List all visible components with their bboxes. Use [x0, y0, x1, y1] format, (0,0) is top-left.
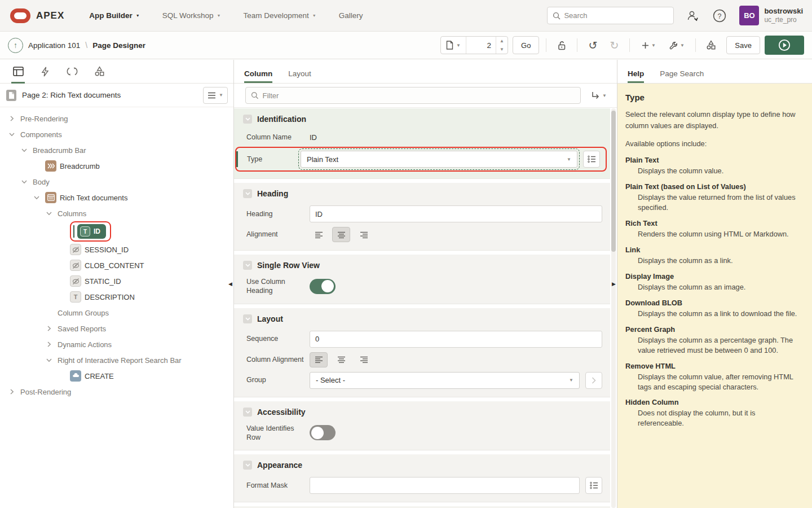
page-select-button[interactable]: ▼: [441, 37, 466, 54]
tree-item-id[interactable]: T ID: [0, 221, 233, 242]
tree-item-create[interactable]: CREATE: [0, 368, 233, 384]
tree-item-dynamic-actions[interactable]: Dynamic Actions: [0, 336, 233, 352]
help-option-remove-html: Remove HTML: [625, 362, 801, 370]
tree-item-breadcrumb[interactable]: Breadcrumb: [0, 158, 233, 174]
tree-item-description[interactable]: TDESCRIPTION: [0, 289, 233, 305]
tree-item-saved-reports[interactable]: Saved Reports: [0, 321, 233, 336]
use-column-heading-label: Use Column Heading: [246, 277, 310, 296]
go-to-group-button[interactable]: ▼: [586, 91, 611, 100]
user-menu[interactable]: BO bostrowski uc_rte_pro: [739, 6, 803, 25]
apex-brand[interactable]: APEX: [0, 8, 79, 23]
page-step-down-icon[interactable]: ▼: [496, 45, 508, 54]
property-filter[interactable]: [245, 87, 581, 104]
sequence-input[interactable]: [310, 331, 602, 348]
type-lov-button[interactable]: [583, 151, 600, 168]
sequence-row: Sequence: [234, 329, 610, 350]
tree-item-clob-content[interactable]: CLOB_CONTENT: [0, 257, 233, 273]
column-align-left-button[interactable]: [310, 352, 328, 367]
go-up-icon[interactable]: ↑: [8, 38, 23, 53]
go-button[interactable]: Go: [513, 36, 539, 54]
group-select[interactable]: - Select - ▼: [310, 372, 580, 389]
save-button[interactable]: Save: [726, 36, 760, 54]
tree-item-session-id[interactable]: SESSION_ID: [0, 242, 233, 257]
admin-icon[interactable]: [686, 10, 700, 22]
page-select-icon: [446, 41, 453, 50]
tree-item-body[interactable]: Body: [0, 174, 233, 190]
help-option-desc: Displays the column as a percentage grap…: [638, 335, 801, 356]
hidden-column-icon: [70, 244, 81, 255]
search-input[interactable]: [564, 11, 660, 20]
filter-input[interactable]: [263, 91, 576, 100]
user-workspace: uc_rte_pro: [764, 16, 803, 24]
collapse-section-icon[interactable]: [243, 314, 252, 323]
section-appearance: Appearance Format Mask: [234, 454, 610, 502]
tree-item-right-of-interactive-report-search-bar[interactable]: Right of Interactive Report Search Bar: [0, 352, 233, 368]
tree-item-pre-rendering[interactable]: Pre-Rendering: [0, 111, 233, 126]
value-identifies-row-toggle[interactable]: [310, 425, 336, 440]
tab-column[interactable]: Column: [236, 64, 280, 83]
shared-components-tab-icon[interactable]: [87, 60, 112, 84]
shared-components-icon[interactable]: [703, 36, 720, 54]
create-plus-icon[interactable]: ▼: [637, 36, 660, 54]
format-mask-input[interactable]: [310, 477, 580, 494]
column-align-right-button[interactable]: [355, 352, 373, 367]
top-header: APEX App Builder▼SQL Workshop▼Team Devel…: [0, 0, 812, 32]
collapse-section-icon[interactable]: [243, 461, 252, 470]
chevron-down-icon: ▼: [456, 43, 461, 48]
collapse-left-panel-icon[interactable]: ◀: [228, 281, 232, 287]
tree-item-breadcrumb-bar[interactable]: Breadcrumb Bar: [0, 142, 233, 158]
undo-icon[interactable]: ↺: [584, 36, 601, 54]
collapse-right-panel-icon[interactable]: ▶: [612, 281, 616, 287]
tab-page-search[interactable]: Page Search: [652, 64, 712, 83]
property-sections: Identification Column Name ID Type Plain…: [234, 108, 610, 508]
tree-item-columns[interactable]: Columns: [0, 205, 233, 221]
chevron-down-icon: [46, 211, 52, 216]
use-column-heading-toggle[interactable]: [310, 279, 336, 294]
properties-scrollbar[interactable]: [611, 108, 616, 508]
unlock-icon[interactable]: [553, 36, 570, 54]
selected-column-id[interactable]: T ID: [77, 224, 106, 239]
tree-item-static-id[interactable]: STATIC_ID: [0, 273, 233, 289]
page-step-up-icon[interactable]: ▲: [496, 37, 508, 45]
nav-app-builder[interactable]: App Builder▼: [79, 7, 149, 24]
tab-layout[interactable]: Layout: [280, 64, 319, 83]
tree-item-column-groups[interactable]: Column Groups: [0, 305, 233, 321]
format-mask-lov-button[interactable]: [585, 477, 602, 494]
nav-gallery[interactable]: Gallery: [329, 7, 373, 24]
dynamic-actions-tab-icon[interactable]: [33, 60, 58, 84]
column-align-center-button[interactable]: [332, 352, 350, 367]
redo-icon[interactable]: ↻: [606, 36, 623, 54]
group-go-button[interactable]: [585, 372, 602, 389]
help-icon[interactable]: ?: [712, 8, 727, 23]
rendering-tab-icon[interactable]: [6, 60, 30, 84]
tree-item-rich-text-documents[interactable]: Rich Text documents: [0, 190, 233, 205]
breadcrumb-app[interactable]: Application 101: [28, 41, 80, 50]
tree-menu-button[interactable]: ▼: [203, 87, 228, 104]
tree-item-post-rendering[interactable]: Post-Rendering: [0, 384, 233, 400]
heading-input[interactable]: [310, 205, 602, 222]
help-option-link: Link: [625, 246, 801, 254]
run-button[interactable]: [765, 36, 804, 55]
type-select[interactable]: Plain Text ▼: [301, 151, 577, 168]
processing-tab-icon[interactable]: [60, 60, 85, 84]
collapse-section-icon[interactable]: [243, 408, 252, 417]
page-number-input[interactable]: 2: [466, 41, 496, 50]
user-name: bostrowski: [764, 7, 803, 16]
tree-item-components[interactable]: Components: [0, 126, 233, 142]
tab-help[interactable]: Help: [620, 64, 652, 83]
chevron-down-icon: [21, 179, 27, 185]
align-right-button[interactable]: [355, 227, 373, 242]
plain-text-column-icon: T: [70, 291, 81, 303]
global-search[interactable]: [547, 7, 674, 24]
align-center-button[interactable]: [332, 227, 350, 242]
nav-team-development[interactable]: Team Development▼: [233, 7, 326, 24]
collapse-section-icon[interactable]: [243, 189, 252, 198]
align-left-button[interactable]: [310, 227, 328, 242]
button-icon: [70, 370, 81, 382]
collapse-section-icon[interactable]: [243, 261, 252, 270]
utilities-wrench-icon[interactable]: ▼: [665, 36, 689, 54]
collapse-section-icon[interactable]: [243, 115, 252, 124]
plain-text-column-icon: T: [80, 226, 90, 237]
nav-sql-workshop[interactable]: SQL Workshop▼: [152, 7, 231, 24]
chevron-down-icon: ▼: [680, 43, 685, 48]
